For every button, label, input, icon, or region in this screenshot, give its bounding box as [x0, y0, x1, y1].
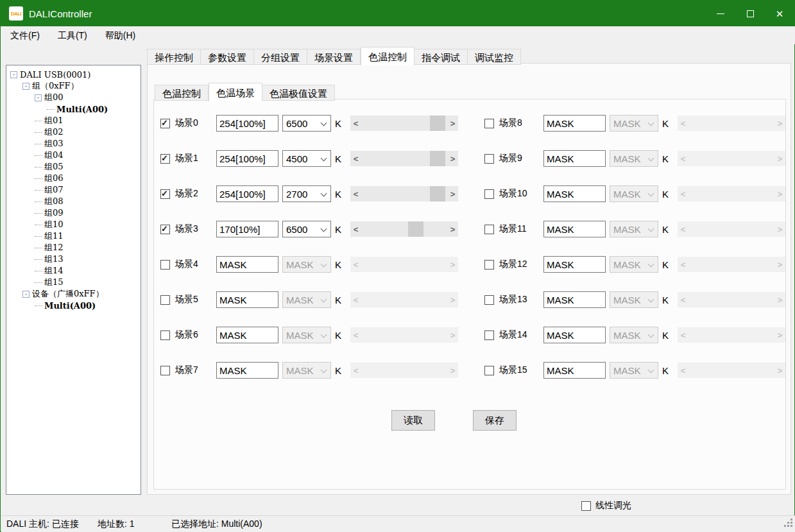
scroll-right-icon[interactable]: > [447, 292, 458, 307]
scene-temp-dropdown[interactable]: MASK [282, 327, 331, 343]
scene-checkbox[interactable] [484, 154, 494, 164]
scene-temp-dropdown[interactable]: MASK [610, 221, 658, 237]
tree-node[interactable]: 组04 [6, 150, 141, 161]
scene-level-input[interactable] [543, 291, 606, 308]
save-button[interactable]: 保存 [473, 410, 517, 431]
menu-item-0[interactable]: 文件(F) [1, 26, 49, 44]
tree-node[interactable]: 组03 [6, 138, 141, 150]
slider-thumb[interactable] [408, 221, 423, 237]
scene-temp-dropdown[interactable]: MASK [610, 256, 658, 273]
scene-level-input[interactable] [543, 185, 606, 202]
scene-slider[interactable]: <> [678, 363, 785, 378]
tab-6[interactable]: 调试监控 [468, 49, 521, 65]
scene-temp-dropdown[interactable]: MASK [610, 185, 658, 202]
scene-checkbox[interactable] [484, 366, 494, 375]
scene-checkbox[interactable] [484, 295, 494, 305]
scene-temp-dropdown[interactable]: MASK [610, 291, 658, 308]
scroll-right-icon[interactable]: > [774, 363, 785, 378]
scene-level-input[interactable] [216, 221, 278, 237]
tree-node[interactable]: 组10 [6, 219, 141, 230]
scene-checkbox[interactable] [160, 225, 170, 234]
scene-checkbox[interactable] [160, 154, 170, 164]
slider-thumb[interactable] [430, 186, 445, 202]
subtab-2[interactable]: 色温极值设置 [262, 85, 335, 101]
scroll-left-icon[interactable]: < [678, 151, 688, 166]
read-button[interactable]: 读取 [391, 410, 435, 431]
tree-node[interactable]: 组08 [6, 196, 141, 207]
scene-checkbox[interactable] [160, 295, 170, 305]
scene-level-input[interactable] [543, 221, 606, 237]
slider-thumb[interactable] [430, 116, 445, 131]
scroll-left-icon[interactable]: < [350, 151, 361, 166]
scene-temp-dropdown[interactable]: MASK [610, 150, 658, 167]
scene-level-input[interactable] [543, 115, 606, 132]
scene-temp-dropdown[interactable]: MASK [610, 327, 658, 343]
scroll-right-icon[interactable]: > [447, 186, 458, 202]
scene-temp-dropdown[interactable]: MASK [282, 362, 331, 379]
subtab-1[interactable]: 色温场景 [209, 83, 262, 101]
scene-level-input[interactable] [543, 256, 606, 273]
tree-node[interactable]: 组02 [6, 126, 141, 138]
scroll-right-icon[interactable]: > [447, 151, 458, 166]
tree-expander-icon[interactable]: - [22, 83, 30, 90]
slider-thumb[interactable] [430, 151, 445, 166]
scene-checkbox[interactable] [160, 189, 170, 199]
maximize-button[interactable] [735, 1, 765, 26]
scroll-left-icon[interactable]: < [678, 186, 688, 202]
scroll-right-icon[interactable]: > [774, 151, 785, 166]
tree-node[interactable]: 组11 [6, 230, 141, 242]
scene-temp-dropdown[interactable]: MASK [282, 291, 331, 308]
tree-node[interactable]: -组00 [6, 92, 141, 103]
tree-expander-icon[interactable]: - [22, 291, 30, 298]
scene-slider[interactable]: <> [678, 292, 785, 307]
tab-4[interactable]: 色温控制 [361, 47, 415, 65]
resize-grip[interactable] [791, 519, 792, 520]
scene-checkbox[interactable] [160, 366, 170, 375]
scroll-left-icon[interactable]: < [350, 363, 361, 378]
tab-1[interactable]: 参数设置 [201, 49, 254, 65]
scene-level-input[interactable] [543, 327, 606, 343]
scroll-left-icon[interactable]: < [350, 327, 361, 343]
scene-level-input[interactable] [216, 256, 278, 273]
scroll-right-icon[interactable]: > [774, 292, 785, 307]
scene-temp-dropdown[interactable]: MASK [610, 115, 658, 132]
tree-node[interactable]: Multi(A00) [6, 300, 141, 311]
scene-level-input[interactable] [543, 150, 606, 167]
scroll-left-icon[interactable]: < [350, 292, 361, 307]
scene-slider[interactable]: <> [678, 151, 785, 166]
scene-checkbox[interactable] [160, 330, 170, 340]
scene-temp-dropdown[interactable]: 6500 [282, 221, 331, 237]
scene-slider[interactable]: <> [678, 186, 785, 202]
scroll-left-icon[interactable]: < [678, 327, 688, 343]
tree-node[interactable]: -设备（广播0xFF） [6, 288, 141, 300]
tab-5[interactable]: 指令调试 [415, 49, 468, 65]
scroll-right-icon[interactable]: > [447, 221, 458, 237]
tree-node[interactable]: 组01 [6, 115, 141, 126]
tree-node[interactable]: 组05 [6, 161, 141, 173]
scroll-right-icon[interactable]: > [774, 221, 785, 237]
scene-level-input[interactable] [216, 362, 278, 379]
scroll-left-icon[interactable]: < [350, 257, 361, 272]
scene-level-input[interactable] [216, 185, 278, 202]
tree-node[interactable]: 组15 [6, 277, 141, 288]
scroll-left-icon[interactable]: < [678, 363, 688, 378]
tree-node[interactable]: -DALI USB(0001) [6, 69, 141, 80]
scene-slider[interactable]: <> [350, 363, 458, 378]
scene-temp-dropdown[interactable]: MASK [610, 362, 658, 379]
scene-slider[interactable]: <> [350, 186, 458, 202]
scene-checkbox[interactable] [484, 330, 494, 340]
scene-checkbox[interactable] [484, 189, 494, 199]
tree-node[interactable]: -组（0xFF） [6, 80, 141, 92]
scroll-right-icon[interactable]: > [774, 186, 785, 202]
close-button[interactable]: ✕ [765, 1, 794, 26]
scene-slider[interactable]: <> [350, 327, 458, 343]
scroll-left-icon[interactable]: < [350, 221, 361, 237]
tree-expander-icon[interactable]: - [35, 94, 42, 101]
scene-temp-dropdown[interactable]: MASK [282, 256, 331, 273]
tree-node[interactable]: 组07 [6, 184, 141, 196]
scene-temp-dropdown[interactable]: 4500 [282, 150, 331, 167]
scene-slider[interactable]: <> [678, 327, 785, 343]
tab-2[interactable]: 分组设置 [254, 49, 307, 65]
scene-slider[interactable]: <> [678, 116, 785, 131]
linear-dim-checkbox[interactable] [581, 501, 591, 511]
